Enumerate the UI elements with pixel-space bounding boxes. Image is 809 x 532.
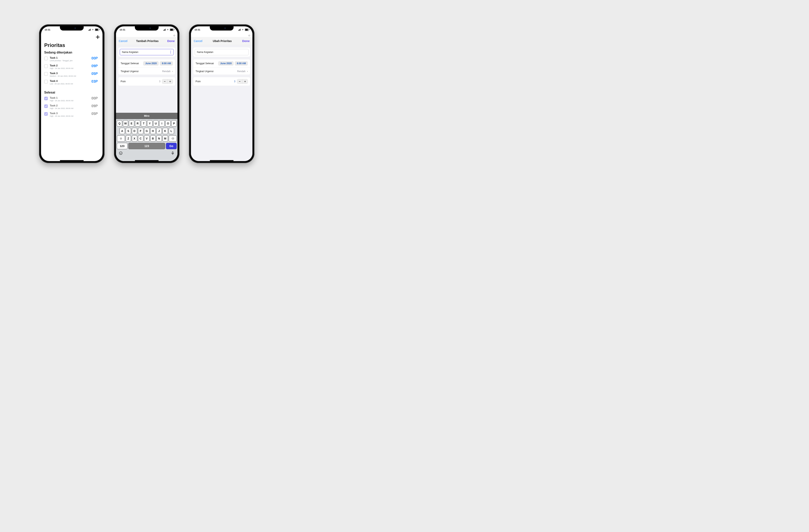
key-x[interactable]: X	[132, 135, 137, 142]
key-l[interactable]: L	[169, 128, 174, 134]
shift-key[interactable]	[117, 135, 125, 142]
input-placeholder: Nama Kegiatan	[197, 51, 213, 53]
checkbox-checked[interactable]	[44, 97, 48, 100]
done-button[interactable]: Done	[167, 39, 175, 42]
key-u[interactable]: U	[153, 120, 159, 127]
phone-mockup-edit: 10:31 + Cancel Ubah Prioritas Done	[189, 24, 254, 163]
points-decrement-button[interactable]: −	[162, 79, 167, 84]
key-c[interactable]: C	[138, 135, 143, 142]
task-row[interactable]: Task 2 High - 28 Jan 2022, 08:00 AM 09P	[42, 103, 101, 110]
task-meta: High - 28 Jan 2022, 08:00 AM	[50, 67, 89, 69]
123-key[interactable]: 123	[117, 143, 127, 149]
key-i[interactable]: I	[159, 120, 165, 127]
key-t[interactable]: T	[141, 120, 146, 127]
task-row[interactable]: Task 1 Level prioritas - Tanggal, jam 00…	[42, 55, 101, 63]
task-row[interactable]: Task 4 Low - 28 Jan 2022, 08:00 AM 03P	[42, 78, 101, 86]
points-increment-button[interactable]: +	[167, 79, 173, 84]
task-meta: High - 28 Jan 2022, 08:00 AM	[50, 100, 89, 102]
svg-point-1	[120, 153, 121, 153]
checkbox-checked[interactable]	[44, 112, 48, 116]
status-icons	[238, 29, 249, 31]
battery-icon	[170, 29, 174, 31]
key-n[interactable]: N	[156, 135, 162, 142]
task-points: 09P	[91, 104, 99, 108]
date-chip[interactable]: June 2020	[143, 61, 159, 66]
cancel-button[interactable]: Cancel	[194, 39, 203, 42]
key-e[interactable]: E	[129, 120, 134, 127]
checkbox-checked[interactable]	[44, 104, 48, 108]
task-row[interactable]: Task 1 High - 28 Jan 2022, 08:00 AM 00P	[42, 95, 101, 103]
points-decrement-button[interactable]: −	[237, 79, 242, 84]
key-y[interactable]: Y	[147, 120, 153, 127]
go-key[interactable]: Go	[166, 143, 177, 149]
task-row[interactable]: Task 3 High - 28 Jan 2022, 08:00 AM 05P	[42, 110, 101, 118]
cancel-button[interactable]: Cancel	[119, 39, 127, 42]
modal-header: Cancel Tambah Prioritas Done	[116, 37, 177, 45]
key-m[interactable]: M	[162, 135, 168, 142]
key-a[interactable]: A	[120, 128, 125, 134]
key-w[interactable]: W	[123, 120, 128, 127]
task-name: Task 3	[50, 72, 89, 75]
input-placeholder: Nama Kegiatan	[122, 51, 138, 53]
emoji-key[interactable]	[119, 151, 123, 156]
task-points: 05P	[91, 72, 99, 76]
mic-key[interactable]	[171, 151, 175, 156]
plus-icon	[96, 35, 100, 39]
key-s[interactable]: S	[126, 128, 131, 134]
task-meta: Level prioritas - Tanggal, jam	[50, 60, 89, 61]
points-increment-button[interactable]: +	[242, 79, 248, 84]
home-indicator[interactable]	[135, 160, 159, 161]
space-key[interactable]: 123	[128, 143, 165, 149]
status-time: 10:31	[45, 29, 50, 31]
name-input[interactable]: Nama Kegiatan	[195, 49, 249, 55]
checkbox[interactable]	[44, 57, 48, 60]
name-input[interactable]: Nama Kegiatan	[120, 49, 174, 55]
key-r[interactable]: R	[135, 120, 140, 127]
checkbox[interactable]	[44, 65, 48, 68]
task-row[interactable]: Task 2 High - 28 Jan 2022, 08:00 AM 09P	[42, 63, 101, 71]
keyboard: QWERTYUIOP ASDFGHJKL ZXCVBNM 123 123 Go	[116, 119, 177, 161]
key-z[interactable]: Z	[126, 135, 131, 142]
task-row[interactable]: Task 3 Medium - 28 Jan 2022, 08:00 AM 05…	[42, 71, 101, 78]
urgency-row[interactable]: Tingkat Urgensi Rendah ›	[118, 68, 175, 75]
modal-header: Cancel Ubah Prioritas Done	[191, 37, 253, 45]
key-f[interactable]: F	[138, 128, 143, 134]
done-button[interactable]: Done	[242, 39, 249, 42]
time-chip[interactable]: 8:00 AM	[235, 61, 248, 66]
urgency-row[interactable]: Tingkat Urgensi Rendah ›	[193, 68, 250, 75]
key-q[interactable]: Q	[117, 120, 122, 127]
points-value: 3	[159, 80, 160, 83]
task-name: Task 2	[50, 64, 89, 67]
chevron-right-icon: ›	[172, 70, 173, 73]
add-button[interactable]	[96, 34, 100, 40]
points-value: 3	[234, 80, 235, 83]
task-name: Task 3	[50, 112, 89, 115]
task-name: Task 4	[50, 79, 89, 83]
key-g[interactable]: G	[144, 128, 150, 134]
keyboard-suggestion[interactable]: Miro	[116, 113, 177, 119]
key-o[interactable]: O	[166, 120, 171, 127]
wifi-icon	[92, 29, 94, 31]
wifi-icon	[241, 29, 244, 31]
backspace-key[interactable]	[169, 135, 177, 142]
key-p[interactable]: P	[171, 120, 177, 127]
key-v[interactable]: V	[144, 135, 150, 142]
task-points: 03P	[91, 79, 99, 84]
key-k[interactable]: K	[162, 128, 168, 134]
key-d[interactable]: D	[132, 128, 137, 134]
battery-icon	[245, 29, 249, 31]
task-meta: High - 28 Jan 2022, 08:00 AM	[50, 107, 89, 109]
key-j[interactable]: J	[156, 128, 162, 134]
date-label: Tanggal Selesai	[195, 62, 214, 65]
key-b[interactable]: B	[150, 135, 156, 142]
checkbox[interactable]	[44, 72, 48, 76]
status-icons	[88, 29, 99, 31]
urgency-label: Tingkat Urgensi	[195, 70, 213, 73]
key-h[interactable]: H	[150, 128, 156, 134]
home-indicator[interactable]	[60, 160, 84, 161]
points-label: Poin	[195, 80, 201, 83]
time-chip[interactable]: 8:00 AM	[160, 61, 173, 66]
home-indicator[interactable]	[210, 160, 234, 161]
checkbox[interactable]	[44, 80, 48, 84]
date-chip[interactable]: June 2020	[218, 61, 234, 66]
